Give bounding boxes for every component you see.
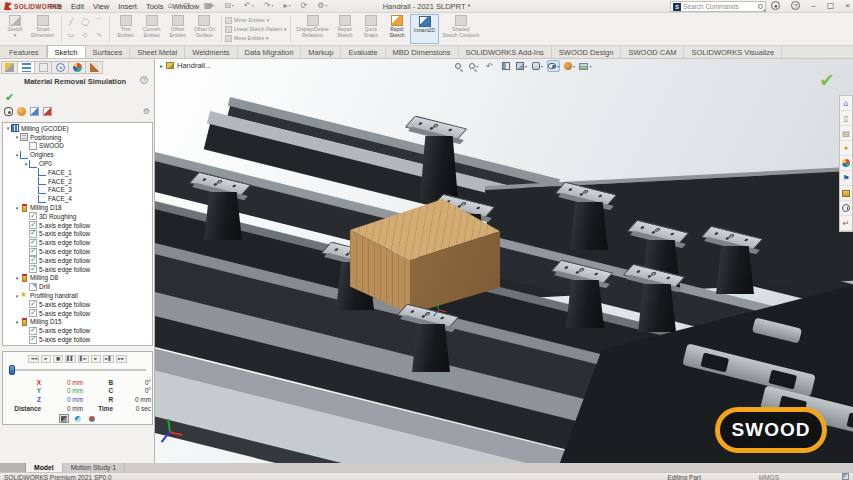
dimxpert-manager-tab[interactable] [52, 61, 69, 74]
tree-item[interactable]: 5-axis edge follow [3, 335, 152, 344]
mirror-entities-button[interactable]: Mirror Entities▾ [225, 17, 287, 24]
search-icon[interactable] [758, 4, 763, 9]
appearances-icon[interactable]: ▾ [563, 60, 576, 72]
rebuild-icon[interactable]: ⟳ [300, 1, 307, 10]
wood-stock-block[interactable] [350, 199, 500, 314]
configuration-manager-tab[interactable] [35, 61, 52, 74]
vacuum-pod[interactable] [399, 309, 463, 381]
mode-compare-icon[interactable] [87, 414, 97, 423]
smart-dimension-button[interactable]: SmartDimension [28, 14, 58, 44]
status-units[interactable]: MMGS [759, 474, 779, 480]
tree-item[interactable]: ▾Milling (GCODE) [3, 124, 152, 133]
tree-item[interactable]: 5-axis edge follow [3, 247, 152, 256]
tree-item[interactable]: 5-axis edge follow [3, 309, 152, 318]
menu-tools[interactable]: Tools [146, 2, 164, 11]
wood-stock-icon[interactable] [840, 186, 852, 201]
stock-icon[interactable]: ▯ [840, 111, 852, 126]
tree-item[interactable]: 5-axis edge follow [3, 256, 152, 265]
vacuum-pod[interactable] [557, 187, 621, 259]
view-settings-icon[interactable]: ▾ [579, 60, 592, 72]
tab-sketch[interactable]: Sketch [47, 45, 86, 58]
restore-button[interactable]: ▢ [827, 1, 835, 10]
circle-tool-icon[interactable]: ◯ [79, 17, 92, 29]
tree-item[interactable]: ▾Milling D18 [3, 203, 152, 212]
breadcrumb-expand-icon[interactable]: ▸ [160, 62, 163, 69]
convert-entities-button[interactable]: ConvertEntities [139, 14, 165, 44]
display-manager-tab[interactable] [69, 61, 86, 74]
breadcrumb-label[interactable]: Handrail... [177, 61, 211, 70]
search-commands-box[interactable]: S Search Commands [670, 1, 766, 12]
save-icon[interactable]: ▦▾ [204, 1, 215, 10]
tree-item[interactable]: ▾Milling D15 [3, 318, 152, 327]
vacuum-pod[interactable] [407, 121, 471, 193]
tree-item[interactable]: 5-axis edge follow [3, 230, 152, 239]
spline-tool-icon[interactable]: ∿ [93, 30, 106, 42]
home-icon[interactable]: ⌂ [168, 1, 173, 10]
tree-item[interactable]: ▾Profiling handrail [3, 291, 152, 300]
zoom-area-icon[interactable]: ▾ [467, 60, 480, 72]
user-account-icon[interactable]: ● [771, 1, 780, 10]
home-icon[interactable]: ⌂ [840, 96, 852, 111]
undo-icon[interactable]: ↶▾ [244, 1, 254, 10]
reset-simulation-icon[interactable] [43, 107, 52, 116]
offset-on-surface-button[interactable]: Offset OnSurface [191, 14, 218, 44]
select-icon[interactable]: ▸▾ [283, 1, 290, 10]
tree-item[interactable]: 5-axis edge follow [3, 300, 152, 309]
vacuum-pod[interactable] [703, 231, 767, 303]
cam-manager-tab[interactable] [86, 61, 103, 74]
mode-standard-icon[interactable] [59, 414, 69, 423]
linear-sketch-pattern-button[interactable]: Linear Sketch Pattern▾ [225, 26, 287, 33]
slider-knob[interactable] [9, 365, 15, 375]
settings-gear-icon[interactable]: ⚙ [143, 107, 150, 116]
tree-item[interactable]: ▾Milling D8 [3, 274, 152, 283]
move-entities-button[interactable]: Move Entities▾ [225, 35, 287, 42]
tree-item[interactable]: FACE_2 [3, 177, 152, 186]
sketch-button[interactable]: Sketch▾ [2, 14, 28, 44]
minimize-button[interactable]: – [811, 1, 815, 10]
material-display-icon[interactable] [17, 107, 26, 116]
hide-show-items-icon[interactable]: ▾ [547, 60, 560, 72]
repair-sketch-button[interactable]: RepairSketch [332, 14, 358, 44]
tab-evaluate[interactable]: Evaluate [341, 46, 385, 58]
view-orientation-icon[interactable]: ▾ [515, 60, 528, 72]
menu-insert[interactable]: Insert [118, 2, 137, 11]
graphics-viewport[interactable]: ▸ Handrail... ▾ ↶ ▾ ▾ ▾ ▾ ▾ ✔ ⌂ ▯ ▤ ✦ ⚑ … [155, 59, 853, 463]
tree-item[interactable]: ▾Positioning [3, 133, 152, 142]
breadcrumb[interactable]: ▸ Handrail... [160, 61, 211, 70]
go-to-end-button[interactable]: ►► [116, 355, 127, 363]
compare-icon[interactable]: ✦ [840, 141, 852, 156]
file-icon[interactable]: ▤ [840, 126, 852, 141]
tab-scroll-icon[interactable] [0, 463, 26, 472]
quick-snaps-button[interactable]: QuickSnaps [358, 14, 384, 44]
tree-item[interactable]: 5-axis edge follow [3, 221, 152, 230]
time-icon[interactable] [840, 201, 852, 216]
simulation-progress-slider[interactable] [11, 369, 146, 371]
stop-button[interactable]: ■ [53, 355, 63, 363]
flag-icon[interactable]: ⚑ [840, 171, 852, 186]
menu-edit[interactable]: Edit [71, 2, 84, 11]
colorwheel-icon[interactable] [840, 156, 852, 171]
tab-weldments[interactable]: Weldments [185, 46, 237, 58]
rapid-sketch-button[interactable]: RapidSketch [384, 14, 410, 44]
tab-data-migration[interactable]: Data Migration [238, 46, 302, 58]
menu-file[interactable]: File [50, 2, 62, 11]
tab-surfaces[interactable]: Surfaces [86, 46, 131, 58]
tab-motion-study[interactable]: Motion Study 1 [63, 463, 125, 472]
tree-item[interactable]: SWOOD [3, 142, 152, 151]
previous-view-icon[interactable]: ↶ [483, 60, 496, 72]
tab-mbd-dimensions[interactable]: MBD Dimensions [386, 46, 459, 58]
tree-item[interactable]: 5-axis edge follow [3, 265, 152, 274]
tab-solidworks-add-ins[interactable]: SOLIDWORKS Add-Ins [459, 46, 552, 58]
print-icon[interactable]: ⊟▾ [224, 1, 234, 10]
display-style-icon[interactable]: ▾ [531, 60, 544, 72]
close-button[interactable]: × [845, 1, 850, 10]
zoom-fit-icon[interactable] [451, 60, 464, 72]
tab-sheet-metal[interactable]: Sheet Metal [130, 46, 185, 58]
tab-swood-design[interactable]: SWOOD Design [552, 46, 622, 58]
pause-button[interactable]: ▌▌ [65, 355, 76, 363]
search-input[interactable]: Search Commands [683, 3, 756, 10]
panel-help-icon[interactable]: ? [140, 76, 148, 84]
export-icon[interactable]: ↵ [840, 216, 852, 231]
play-button[interactable]: ► [91, 355, 101, 363]
instant2d-button[interactable]: Instant2D [410, 14, 439, 44]
